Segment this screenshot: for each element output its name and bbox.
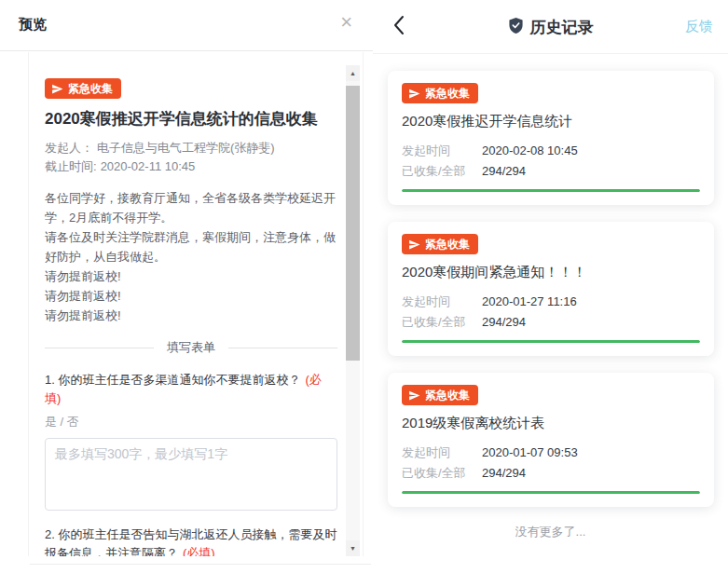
- card-title: 2020寒假期间紧急通知！！！: [402, 263, 700, 281]
- question-text: 1. 你的班主任是否多渠道通知你不要提前返校？(必填): [45, 371, 337, 408]
- section-divider-label: 填写表单: [167, 339, 215, 356]
- progress-bar: [402, 491, 700, 494]
- form-meta: 发起人：电子信息与电气工程学院(张静斐) 截止时间:2020-02-11 10:…: [45, 139, 337, 176]
- progress-bar-fill: [402, 340, 700, 343]
- form-title: 2020寒假推迟开学信息统计的信息收集: [45, 108, 337, 130]
- description-line: 请各位及时关注学院群消息，寒假期间，注意身体，做好防护，从自我做起。: [45, 227, 337, 266]
- question-text: 2. 你的班主任是否告知与湖北返还人员接触，需要及时报备信息，并注意隔离？(必填…: [45, 526, 337, 556]
- send-icon: [51, 83, 63, 95]
- scrollbar[interactable]: ▲ ▼: [346, 65, 360, 556]
- form-section-divider: 填写表单: [45, 339, 337, 356]
- divider-line: [45, 348, 154, 348]
- yes-no-hint: 是 / 否: [45, 414, 337, 430]
- question-block-2: 2. 你的班主任是否告知与湖北返还人员接触，需要及时报备信息，并注意隔离？(必填…: [45, 526, 337, 556]
- initiator-row: 发起人：电子信息与电气工程学院(张静斐): [45, 139, 337, 157]
- progress-bar-fill: [402, 189, 700, 192]
- answer-input-1[interactable]: [45, 438, 337, 511]
- collected-count-row: 已收集/全部294/294: [402, 163, 700, 179]
- collected-count-row: 已收集/全部294/294: [402, 314, 700, 330]
- preview-modal-title: 预览: [19, 16, 47, 34]
- urgent-badge: 紧急收集: [45, 78, 121, 99]
- deadline-row: 截止时间:2020-02-11 10:45: [45, 157, 337, 176]
- preview-modal-header: 预览 ×: [0, 0, 373, 51]
- urgent-badge-label: 紧急收集: [425, 238, 470, 251]
- no-more-text: 没有更多了...: [373, 524, 728, 540]
- send-icon: [408, 88, 420, 100]
- deadline-value: 2020-02-11 10:45: [101, 159, 196, 173]
- required-flag: (必填): [183, 546, 215, 556]
- start-time-row: 发起时间2020-02-08 10:45: [402, 143, 700, 158]
- deadline-label: 截止时间:: [45, 159, 97, 173]
- send-icon: [408, 239, 420, 251]
- urgent-badge-label: 紧急收集: [68, 82, 113, 95]
- divider-line: [228, 348, 337, 348]
- preview-modal: 预览 × 紧急收集 2020寒假推迟开学信息统计的信息收集 发起人：电子信息与电…: [0, 0, 373, 587]
- back-icon[interactable]: [388, 14, 410, 40]
- urgent-badge-label: 紧急收集: [425, 87, 470, 100]
- history-panel: 历史记录 反馈 紧急收集 2020寒假推迟开学信息统计 发起时间2020-02-…: [373, 0, 728, 587]
- modal-footer-divider: [30, 564, 371, 565]
- urgent-badge: 紧急收集: [402, 385, 478, 405]
- close-icon[interactable]: ×: [340, 12, 352, 33]
- start-time-row: 发起时间2020-01-07 09:53: [402, 444, 700, 460]
- collected-count-row: 已收集/全部294/294: [402, 465, 700, 481]
- history-title-group: 历史记录: [373, 0, 728, 54]
- card-meta: 发起时间2020-02-08 10:45 已收集/全部294/294: [402, 143, 700, 179]
- description-line: 各位同学好，接教育厅通知，全省各级各类学校延迟开学，2月底前不得开学。: [45, 188, 337, 227]
- urgent-badge: 紧急收集: [402, 234, 478, 254]
- progress-bar-fill: [402, 491, 700, 494]
- description-line: 请勿提前返校!: [45, 286, 337, 306]
- scroll-down-icon[interactable]: ▼: [346, 540, 360, 556]
- urgent-badge: 紧急收集: [402, 83, 478, 103]
- feedback-link[interactable]: 反馈: [685, 18, 713, 35]
- description-line: 请勿提前返校!: [45, 306, 337, 325]
- history-card-list: 紧急收集 2020寒假推迟开学信息统计 发起时间2020-02-08 10:45…: [373, 54, 728, 507]
- send-icon: [408, 389, 420, 402]
- history-header: 历史记录 反馈: [373, 0, 728, 54]
- history-card[interactable]: 紧急收集 2019级寒假离校统计表 发起时间2020-01-07 09:53 已…: [388, 373, 714, 507]
- card-meta: 发起时间2020-01-27 11:16 已收集/全部294/294: [402, 294, 700, 330]
- preview-scroll-area[interactable]: 紧急收集 2020寒假推迟开学信息统计的信息收集 发起人：电子信息与电气工程学院…: [28, 52, 364, 556]
- history-card[interactable]: 紧急收集 2020寒假期间紧急通知！！！ 发起时间2020-01-27 11:1…: [388, 222, 714, 356]
- card-title: 2019级寒假离校统计表: [402, 414, 700, 432]
- card-title: 2020寒假推迟开学信息统计: [402, 112, 700, 130]
- question-block-1: 1. 你的班主任是否多渠道通知你不要提前返校？(必填) 是 / 否: [45, 371, 337, 511]
- description-line: 请勿提前返校!: [45, 266, 337, 286]
- preview-content: 紧急收集 2020寒假推迟开学信息统计的信息收集 发起人：电子信息与电气工程学院…: [29, 52, 349, 556]
- card-meta: 发起时间2020-01-07 09:53 已收集/全部294/294: [402, 444, 700, 481]
- urgent-badge-label: 紧急收集: [425, 389, 470, 402]
- scroll-up-icon[interactable]: ▲: [346, 65, 360, 81]
- form-description: 各位同学好，接教育厅通知，全省各级各类学校延迟开学，2月底前不得开学。 请各位及…: [45, 188, 337, 325]
- history-card[interactable]: 紧急收集 2020寒假推迟开学信息统计 发起时间2020-02-08 10:45…: [388, 71, 714, 205]
- initiator-label: 发起人：: [45, 141, 93, 155]
- scrollbar-thumb[interactable]: [346, 86, 360, 361]
- progress-bar: [402, 340, 700, 343]
- initiator-value: 电子信息与电气工程学院(张静斐): [97, 141, 275, 155]
- progress-bar: [402, 189, 700, 192]
- screen: 预览 × 紧急收集 2020寒假推迟开学信息统计的信息收集 发起人：电子信息与电…: [0, 0, 728, 587]
- history-title: 历史记录: [530, 17, 594, 38]
- shield-check-icon: [508, 17, 524, 38]
- start-time-row: 发起时间2020-01-27 11:16: [402, 294, 700, 309]
